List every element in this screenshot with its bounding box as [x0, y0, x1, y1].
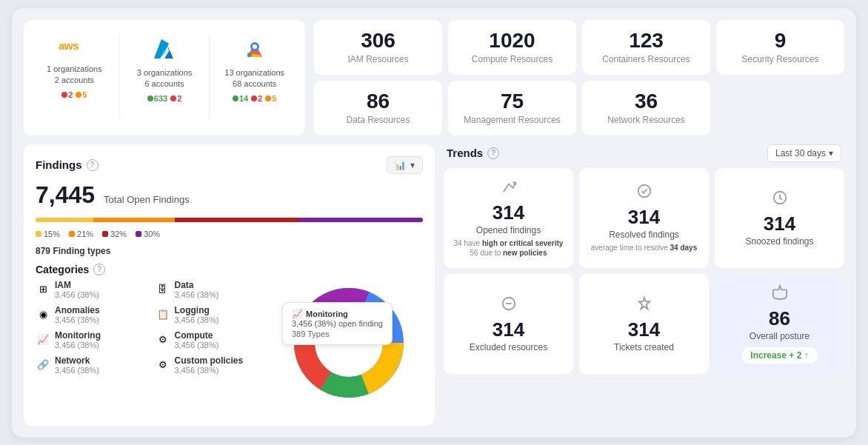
data-icon: 🗄: [156, 282, 170, 297]
category-network[interactable]: 🔗 Network3,456 (38%): [36, 355, 156, 375]
categories-list-left: ⊞ IAM3,456 (38%) ◉ Anomalies3,456 (38%) …: [36, 280, 156, 406]
trends-help-icon[interactable]: ?: [487, 147, 499, 159]
findings-help-icon[interactable]: ?: [87, 159, 99, 171]
custom-icon: ⚙: [156, 358, 170, 372]
aws-badge-red: 2: [61, 90, 73, 99]
azure-provider[interactable]: 3 organizations 6 accounts 633 2: [126, 32, 204, 124]
bar-seg-darkred: [175, 218, 298, 222]
snoozed-label: Snoozed findings: [745, 236, 813, 247]
svg-point-14: [638, 185, 650, 198]
resolved-count: 314: [628, 207, 660, 227]
excluded-count: 314: [493, 320, 524, 339]
trend-card-resolved[interactable]: 314 Resolved findings average time to re…: [579, 168, 709, 268]
resource-card-data[interactable]: 86 Data Resources: [314, 81, 442, 135]
excluded-label: Excluded resources: [470, 342, 547, 352]
category-logging[interactable]: 📋 Logging3,456 (38%): [156, 305, 276, 324]
azure-badge-red: 2: [170, 94, 181, 103]
legend-dot-yellow: [36, 231, 41, 237]
azure-badge-green: 633: [147, 94, 167, 103]
date-range-select[interactable]: Last 30 days ▾: [767, 144, 841, 162]
trends-grid: 314 Opened findings 34 have high or crit…: [444, 168, 844, 374]
legend-dot-darkred: [102, 231, 108, 237]
trend-card-excluded[interactable]: 314 Excluded resources: [444, 274, 573, 374]
management-label: Management Resources: [464, 115, 561, 125]
svg-text:aws: aws: [59, 39, 79, 51]
data-count: 86: [367, 91, 390, 112]
trends-header: Trends ? Last 30 days ▾: [444, 144, 844, 162]
findings-title: Findings ?: [36, 158, 99, 171]
gcp-logo: [243, 38, 267, 64]
trend-icon-resolved: [636, 183, 652, 203]
findings-count-row: 7,445 Total Open Findings: [36, 181, 423, 209]
resource-card-compute[interactable]: 1020 Compute Resources: [448, 20, 576, 75]
gcp-provider[interactable]: 13 organizations 68 accounts 14 2 5: [216, 32, 293, 124]
findings-total-count: 7,445: [36, 181, 95, 209]
security-count: 9: [775, 30, 787, 51]
donut-chart: 📈 Monitoring 3,456 (38%) open finding 38…: [275, 280, 423, 406]
opened-count: 314: [493, 203, 524, 222]
monitoring-icon: 📈: [36, 332, 50, 347]
logging-icon: 📋: [156, 307, 170, 322]
containers-label: Containers Resources: [602, 54, 690, 64]
category-monitoring[interactable]: 📈 Monitoring3,456 (38%): [36, 330, 156, 349]
resource-card-security[interactable]: 9 Security Resources: [716, 20, 844, 75]
findings-bar: [36, 218, 423, 222]
containers-count: 123: [629, 30, 664, 51]
category-custom[interactable]: ⚙ Custom policies3,456 (38%): [156, 355, 276, 375]
category-compute[interactable]: ⚙ Compute3,456 (38%): [156, 330, 276, 349]
posture-increase: Increase + 2 ↑: [750, 350, 808, 361]
category-anomalies[interactable]: ◉ Anomalies3,456 (38%): [36, 305, 156, 324]
resolved-sub: average time to resolve 34 days: [591, 243, 697, 252]
svg-point-6: [253, 44, 257, 49]
cloud-providers-card: aws 1 organizations 2 accounts 2 5: [24, 20, 305, 135]
aws-orgs: 1 organizations 2 accounts: [47, 64, 102, 87]
compute-icon: ⚙: [156, 332, 170, 347]
posture-count: 86: [769, 309, 790, 328]
trends-title: Trends ?: [447, 147, 499, 159]
legend-purple: 30%: [136, 230, 160, 238]
anomalies-icon: ◉: [36, 307, 50, 322]
chevron-down-icon: ▾: [410, 160, 415, 170]
gcp-badges: 14 2 5: [233, 94, 277, 103]
security-label: Security Resources: [741, 54, 818, 64]
network-label: Network Resources: [607, 115, 685, 125]
snoozed-count: 314: [764, 214, 795, 233]
svg-point-7: [247, 53, 252, 57]
aws-provider[interactable]: aws 1 organizations 2 accounts 2 5: [36, 32, 113, 124]
aws-badges: 2 5: [61, 90, 87, 99]
trend-card-snoozed[interactable]: 314 Snoozed findings: [715, 168, 844, 268]
tickets-label: Tickets created: [614, 342, 674, 352]
categories-section: Categories ? ⊞ IAM3,456 (38%) ◉ Anomalie…: [36, 264, 423, 406]
resource-card-iam[interactable]: 306 IAM Resources: [314, 20, 442, 75]
legend-yellow: 15%: [36, 230, 60, 238]
resource-card-management[interactable]: 75 Management Resources: [448, 81, 576, 135]
chart-toggle-button[interactable]: 📊 ▾: [387, 156, 423, 174]
findings-panel: Findings ? 📊 ▾ 7,445 Total Open Findings: [24, 144, 435, 426]
trend-card-tickets[interactable]: 314 Tickets created: [579, 274, 709, 374]
gcp-badge-red: 2: [251, 94, 262, 103]
categories-help-icon[interactable]: ?: [93, 264, 105, 275]
trends-panel: Trends ? Last 30 days ▾: [444, 144, 844, 426]
category-data[interactable]: 🗄 Data3,456 (38%): [156, 280, 276, 299]
management-count: 75: [501, 91, 524, 112]
gcp-orgs: 13 organizations 68 accounts: [224, 67, 284, 90]
network-count: 36: [635, 91, 658, 112]
findings-total-label: Total Open Findings: [104, 194, 190, 205]
data-label: Data Resources: [346, 115, 410, 125]
trend-card-opened[interactable]: 314 Opened findings 34 have high or crit…: [444, 168, 573, 268]
trend-icon-posture: [772, 284, 788, 304]
compute-count: 1020: [489, 30, 535, 51]
resource-card-network[interactable]: 36 Network Resources: [582, 81, 710, 135]
categories-title: Categories ?: [36, 264, 423, 275]
resource-card-containers[interactable]: 123 Containers Resources: [582, 20, 710, 75]
bar-seg-orange: [93, 218, 175, 222]
trend-icon-opened: [501, 178, 517, 198]
aws-logo: aws: [59, 38, 90, 61]
category-iam[interactable]: ⊞ IAM3,456 (38%): [36, 280, 156, 299]
trend-card-posture[interactable]: 86 Overall posture Increase + 2 ↑: [715, 274, 844, 374]
finding-types: 879 Finding types: [36, 246, 423, 256]
bar-seg-purple: [299, 218, 423, 222]
posture-label: Overall posture: [750, 331, 809, 341]
azure-badges: 633 2: [147, 94, 181, 103]
azure-orgs: 3 organizations 6 accounts: [137, 67, 193, 90]
